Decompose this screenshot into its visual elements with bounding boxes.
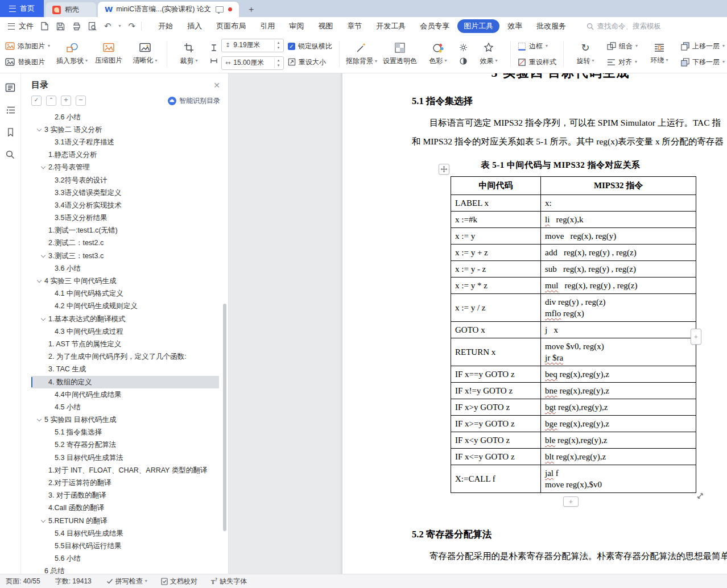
toc-item[interactable]: 4.2 中间代码生成规则定义 xyxy=(31,300,219,313)
table-cell-tac[interactable]: GOTO x xyxy=(451,322,541,338)
table-cell-mips[interactable]: j x xyxy=(541,322,696,338)
toc-item[interactable]: 5.1 指令集选择 xyxy=(31,426,219,439)
table-cell-mips[interactable]: blt reg(x),reg(y),z xyxy=(541,449,696,465)
bookmark-pane-icon[interactable] xyxy=(6,127,15,139)
table-add-column-button[interactable]: + xyxy=(691,329,701,345)
border-button[interactable]: 边框▾ xyxy=(515,40,559,52)
toc-collapse-arrow-icon[interactable] xyxy=(40,164,47,171)
document-canvas[interactable]: 5 实验四 目标代码生成 5.1 指令集选择 目标语言可选定 MIPS32 指令… xyxy=(229,73,727,574)
reset-size-button[interactable]: 重设大小 xyxy=(285,56,335,68)
document-page[interactable]: 5 实验四 目标代码生成 5.1 指令集选择 目标语言可选定 MIPS32 指令… xyxy=(342,73,727,574)
toc-item[interactable]: 6 总结 xyxy=(31,565,219,574)
menu-tab[interactable]: 视图 xyxy=(312,19,339,33)
height-stepper[interactable]: ▴▾ xyxy=(274,40,282,51)
brightness-button[interactable] xyxy=(457,43,470,52)
toc-item[interactable]: 5.RETURN 的翻译 xyxy=(31,515,219,527)
width-stepper[interactable]: ▴▾ xyxy=(274,58,282,68)
color-button[interactable]: 色彩▾ xyxy=(420,38,456,71)
toc-item[interactable]: 3.1语义子程序描述 xyxy=(31,136,219,148)
find-pane-icon[interactable] xyxy=(6,150,15,162)
toc-item[interactable]: 3.2符号表的设计 xyxy=(31,174,219,187)
toc-item[interactable]: 4.3 中间代码生成过程 xyxy=(31,325,219,338)
crop-height-tool-icon[interactable] xyxy=(208,43,220,52)
set-transparent-button[interactable]: 设置透明色 xyxy=(381,38,419,71)
wrap-button[interactable]: 环绕▾ xyxy=(642,38,677,71)
toc-item[interactable]: 5 实验四 目标代码生成 xyxy=(31,414,219,426)
toc-item[interactable]: 5.2 寄存器分配算法 xyxy=(31,439,219,452)
effects-button[interactable]: 效果▾ xyxy=(471,38,506,71)
toc-item[interactable]: 4.1 中间代码格式定义 xyxy=(31,288,219,300)
table-cell-mips[interactable]: beq reg(x),reg(y),z xyxy=(541,366,696,383)
toc-item[interactable]: 2. 为了生成中间代码序列，定义了几个函数: xyxy=(31,351,219,363)
toc-item[interactable]: 2.测试二：test2.c xyxy=(31,237,219,250)
menu-tab[interactable]: 批改服务 xyxy=(530,19,572,33)
menu-tab[interactable]: 引用 xyxy=(254,19,281,33)
doc-table[interactable]: 中间代码MIPS32 指令LABEL xx:x :=#kli reg(x),kx… xyxy=(451,176,696,493)
menu-tab[interactable]: 开发工具 xyxy=(370,19,412,33)
doc-chapter-heading[interactable]: 5 实验四 目标代码生成 xyxy=(412,73,709,80)
outline-pane-icon[interactable] xyxy=(6,106,15,117)
toc-collapse-all-icon[interactable]: ⌃ xyxy=(46,96,56,106)
paragraph-line[interactable]: 寄存器分配采用的是朴素寄存器分配算法。朴素寄存器分配算法的思想最简单 xyxy=(412,546,709,565)
toc-item[interactable]: 1.对于 INT、FLOAT、CHAR、ARRAY 类型的翻译 xyxy=(31,464,219,477)
insert-shape-button[interactable]: 插入形状▾ xyxy=(54,38,90,71)
toc-collapse-arrow-icon[interactable] xyxy=(40,316,47,323)
toc-item[interactable]: 3.4语义分析实现技术 xyxy=(31,199,219,212)
crop-width-tool-icon[interactable] xyxy=(208,56,220,65)
image-height-input[interactable]: ↕ 9.19厘米 ▴▾ xyxy=(221,39,284,52)
doc-paragraph-2[interactable]: 寄存器分配采用的是朴素寄存器分配算法。朴素寄存器分配算法的思想最简单 xyxy=(412,546,709,565)
toc-item[interactable]: 4.5 小结 xyxy=(31,401,219,413)
menu-tab[interactable]: 会员专享 xyxy=(414,19,456,33)
bring-forward-button[interactable]: 上移一层▾ xyxy=(678,40,727,52)
paragraph-line[interactable]: 目标语言可选定 MIPS32 指令序列，可以在 SPIM Simulator 上… xyxy=(412,113,709,132)
toc-item[interactable]: 3.5语义分析结果 xyxy=(31,212,219,225)
contrast-button[interactable] xyxy=(457,56,470,66)
print-icon[interactable] xyxy=(72,22,81,31)
table-cell-tac[interactable]: X:=CALL f xyxy=(451,465,541,493)
table-cell-mips[interactable]: div reg(y) , reg(z)mflo reg(x) xyxy=(541,294,696,322)
toc-item[interactable]: 2.对于运算符的翻译 xyxy=(31,477,219,489)
toc-item[interactable]: 5.5目标代码运行结果 xyxy=(31,540,219,552)
menu-tab[interactable]: 效率 xyxy=(501,19,528,33)
toc-item[interactable]: 1.测试一:test1.c(无错) xyxy=(31,225,219,237)
page-indicator[interactable]: 页面: 40/55 xyxy=(6,577,40,586)
align-button[interactable]: 对齐▾ xyxy=(604,56,641,68)
undo-dropdown-icon[interactable]: ▾ xyxy=(119,24,121,28)
toc-item[interactable]: 3.6 小结 xyxy=(31,262,219,275)
toc-item[interactable]: 3.3语义错误类型定义 xyxy=(31,187,219,199)
table-move-handle[interactable] xyxy=(439,164,449,175)
table-header-cell[interactable]: 中间代码 xyxy=(451,177,541,195)
table-caption[interactable]: 表 5-1 中间代码与 MIPS32 指令对应关系 xyxy=(412,160,709,171)
reset-style-button[interactable]: 重设样式 xyxy=(515,56,559,68)
compress-image-button[interactable]: 压缩图片 xyxy=(91,38,126,71)
send-backward-button[interactable]: 下移一层▾ xyxy=(678,56,727,68)
table-cell-mips[interactable]: ble reg(x),reg(y),z xyxy=(541,432,696,449)
missing-font-button[interactable]: T? 缺失字体 xyxy=(211,577,247,586)
toc-collapse-arrow-icon[interactable] xyxy=(36,416,43,424)
word-count[interactable]: 字数: 19413 xyxy=(55,577,92,586)
toc-pane-icon[interactable] xyxy=(5,82,15,95)
menu-tab[interactable]: 插入 xyxy=(181,19,208,33)
table-cell-tac[interactable]: LABEL x xyxy=(451,195,541,212)
table-cell-mips[interactable]: move $v0, reg(x)jr $ra xyxy=(541,338,696,366)
redo-icon[interactable]: ↷ xyxy=(129,22,136,31)
toc-collapse-arrow-icon[interactable] xyxy=(40,252,47,260)
proofread-button[interactable]: 文档校对 xyxy=(161,577,197,586)
toc-item[interactable]: 5.6 小结 xyxy=(31,553,219,565)
document-tab[interactable]: W miniC语言编...(实验课程) 论文 xyxy=(98,2,239,17)
new-document-icon[interactable] xyxy=(40,22,49,31)
table-cell-tac[interactable]: x := y - z xyxy=(451,261,541,278)
table-cell-mips[interactable]: x: xyxy=(541,195,696,212)
replace-image-button[interactable]: 替换图片 xyxy=(2,56,53,68)
table-cell-tac[interactable]: IF x!=y GOTO z xyxy=(451,383,541,399)
home-tab[interactable]: 首页 xyxy=(0,0,44,17)
table-resize-handle[interactable] xyxy=(696,491,704,500)
table-cell-mips[interactable]: bge reg(x),reg(y),z xyxy=(541,416,696,432)
toc-item[interactable]: 4.4中间代码生成结果 xyxy=(31,388,219,401)
toc-item[interactable]: 3. TAC 生成 xyxy=(31,363,219,376)
menu-tab[interactable]: 页面布局 xyxy=(210,19,252,33)
toc-item[interactable]: 2.6 小结 xyxy=(31,111,219,123)
toc-item[interactable]: 1.静态语义分析 xyxy=(31,149,219,162)
toc-item[interactable]: 4. 数组的定义 xyxy=(31,376,219,388)
image-width-input[interactable]: ↔ 15.00厘米 ▴▾ xyxy=(221,56,284,70)
